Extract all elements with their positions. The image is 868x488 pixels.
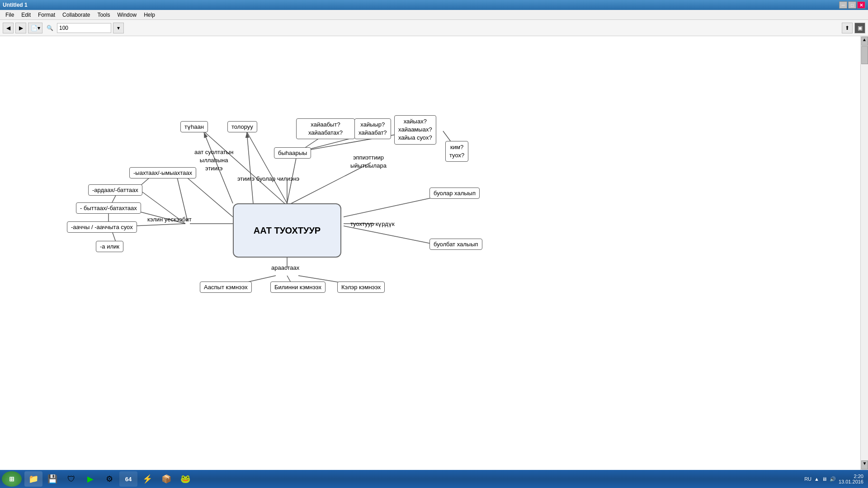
node-bilinni[interactable]: Билинни кэмнээх: [270, 282, 326, 293]
node-kim[interactable]: ким?туох?: [445, 141, 468, 162]
scroll-thumb-right[interactable]: [861, 46, 868, 64]
window-controls: ─ □ ✕: [839, 1, 865, 9]
close-button[interactable]: ✕: [857, 1, 865, 9]
label-eppi: эппиэттиирыйытыылара: [350, 154, 387, 170]
start-button[interactable]: ⊞: [2, 471, 22, 487]
menu-help[interactable]: Help: [140, 11, 159, 19]
taskbar-play[interactable]: ▶: [81, 471, 99, 487]
node-ardaah[interactable]: -ардаах/-баттаах: [88, 184, 142, 196]
forward-button[interactable]: ▶: [15, 23, 26, 33]
main-canvas: ▲ ▼: [0, 36, 868, 470]
taskbar-settings[interactable]: ⚙: [100, 471, 118, 487]
zoom-input[interactable]: [57, 23, 111, 33]
node-hijayyr[interactable]: хайыыр?хайаабат?: [354, 118, 391, 139]
svg-line-9: [185, 176, 233, 217]
taskbar-64[interactable]: 64: [119, 471, 137, 487]
clock: 2:20 13.01.2016: [839, 474, 863, 484]
label-tuohtuур: туохтуур күрдүк: [350, 221, 395, 227]
svg-line-16: [142, 192, 185, 224]
label-arastaah: араастаах: [271, 264, 299, 271]
clock-time: 2:20: [839, 474, 863, 479]
node-tuhaan[interactable]: түhаан: [180, 121, 208, 132]
label-kelin: кэлин уескээбит: [147, 216, 192, 223]
menu-window[interactable]: Window: [113, 11, 140, 19]
node-keler[interactable]: Кэлэр кэмнээх: [337, 282, 385, 293]
node-buolbat[interactable]: буолбат халыып: [429, 239, 482, 250]
node-byhaary[interactable]: быhаарыы: [274, 147, 311, 159]
toolbar-icon2[interactable]: ▣: [854, 23, 865, 33]
tray-volume-icon: 🔊: [830, 476, 836, 482]
tray-network-icon: 🖥: [822, 476, 827, 482]
toolbar: ◀ ▶ 📄▾ 🔍 ▾ ⬆ ▣: [0, 20, 868, 36]
node-ailik[interactable]: -а илик: [96, 241, 123, 252]
scrollbar-right[interactable]: ▲ ▼: [860, 36, 868, 470]
tray-lang: RU: [804, 476, 811, 482]
taskbar-save[interactable]: 💾: [43, 471, 61, 487]
minimize-button[interactable]: ─: [839, 1, 847, 9]
svg-line-28: [247, 132, 253, 203]
svg-line-13: [112, 231, 116, 242]
svg-line-7: [287, 163, 371, 206]
svg-line-2: [287, 158, 296, 203]
node-aachchy[interactable]: -ааччы / -ааччыта суох: [67, 221, 137, 233]
svg-line-17: [133, 210, 185, 224]
menu-format[interactable]: Format: [34, 11, 59, 19]
page-button[interactable]: 📄▾: [28, 23, 42, 33]
titlebar: Untitled 1 ─ □ ✕: [0, 0, 868, 10]
menu-file[interactable]: File: [2, 11, 18, 19]
zoom-dropdown[interactable]: ▾: [113, 23, 124, 33]
taskbar-lightning[interactable]: ⚡: [138, 471, 156, 487]
svg-line-20: [344, 226, 438, 245]
taskbar-package[interactable]: 📦: [157, 471, 175, 487]
label-aatsuol: аат суолтатыныллаhынаэтиигэ: [194, 148, 233, 173]
toolbar-icon1[interactable]: ⬆: [842, 23, 853, 33]
node-hijayah[interactable]: хайыах?хайаамыах?хайыа суох?: [394, 115, 436, 145]
svg-line-19: [344, 197, 438, 217]
scroll-up-button[interactable]: ▲: [861, 37, 868, 46]
connection-lines: [0, 36, 868, 470]
clock-date: 13.01.2016: [839, 479, 863, 484]
svg-line-1: [246, 131, 287, 203]
menu-collaborate[interactable]: Collaborate: [59, 11, 94, 19]
node-aasput[interactable]: Ааспыт кэмнээх: [200, 282, 252, 293]
node-hyahtaah[interactable]: -ыахтаах/-ымыахтаах: [129, 167, 196, 178]
node-hijaabyt[interactable]: хайаабыт?хайаабатах?: [296, 118, 355, 139]
central-node[interactable]: ААТ ТУОХТУУР: [233, 203, 341, 258]
svg-line-27: [204, 132, 233, 203]
zoom-icon: 🔍: [44, 23, 55, 33]
title-text: Untitled 1: [3, 2, 28, 8]
system-tray: RU ▲ 🖥 🔊 2:20 13.01.2016: [804, 474, 866, 484]
taskbar-explorer[interactable]: 📁: [24, 471, 42, 487]
svg-line-0: [203, 131, 287, 206]
menubar: File Edit Format Collaborate Tools Windo…: [0, 10, 868, 20]
back-button[interactable]: ◀: [3, 23, 14, 33]
taskbar: ⊞ 📁 💾 🛡 ▶ ⚙ 64 ⚡ 📦 🐸 RU ▲ 🖥 🔊 2:20 13.01…: [0, 470, 868, 488]
node-buolar[interactable]: буолар халыып: [429, 188, 480, 199]
maximize-button[interactable]: □: [848, 1, 856, 9]
svg-line-15: [176, 174, 188, 221]
taskbar-shield[interactable]: 🛡: [62, 471, 80, 487]
label-chilien: этиигэ буолар чилиэнэ: [237, 175, 299, 182]
scroll-down-button[interactable]: ▼: [861, 460, 868, 469]
node-toloruу[interactable]: толоруу: [227, 121, 257, 132]
tray-up-icon: ▲: [814, 476, 819, 482]
node-byttaah[interactable]: - быттаах/-батахтаах: [76, 202, 141, 214]
taskbar-frog[interactable]: 🐸: [176, 471, 194, 487]
svg-line-18: [133, 224, 185, 226]
menu-edit[interactable]: Edit: [18, 11, 34, 19]
menu-tools[interactable]: Tools: [94, 11, 113, 19]
